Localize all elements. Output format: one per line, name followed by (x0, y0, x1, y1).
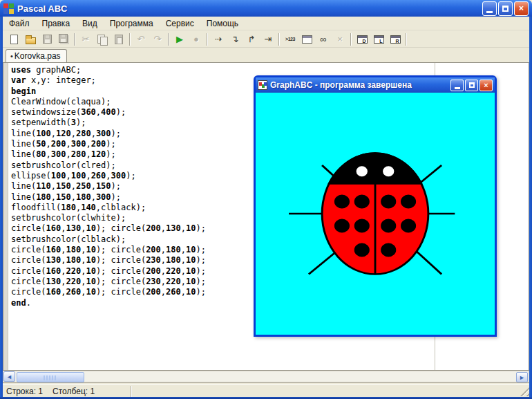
status-bar: Строка: 1 Столбец: 1 (3, 384, 529, 397)
toolbar-separator (278, 33, 280, 46)
scroll-thumb[interactable] (17, 372, 84, 382)
minimize-icon (486, 11, 493, 13)
step-over-icon: ⇢ (215, 35, 222, 44)
undo-icon: ↶ (137, 35, 145, 44)
code-line: line(110,150,250,150); (11, 181, 206, 192)
redo-button[interactable]: ↷ (150, 32, 165, 47)
dock-right-icon: R (390, 35, 401, 44)
graphabc-minimize-icon (455, 87, 460, 89)
code-line: setbrushcolor(clwhite); (11, 213, 206, 223)
tab-korovka[interactable]: • Korovka.pas (6, 49, 67, 62)
app-title: Pascal ABC (17, 3, 481, 14)
code-line: ClearWindow(claqua); (11, 97, 206, 107)
copy-button[interactable] (95, 32, 110, 47)
graphabc-close-button[interactable]: × (479, 80, 493, 91)
code-line: line(100,120,280,300); (11, 129, 206, 139)
menu-item-edit[interactable]: Правка (36, 17, 77, 30)
clear-output-icon: × (337, 35, 343, 44)
graphabc-window: GraphABC - программа завершена × (254, 75, 497, 337)
menu-item-help[interactable]: Помощь (200, 17, 245, 30)
save-file-icon (43, 35, 52, 44)
new-file-icon (10, 35, 18, 44)
toolbar-separator (350, 33, 352, 46)
status-panel-position: Строка: 1 Столбец: 1 (3, 386, 131, 397)
horizontal-scrollbar[interactable]: ◄ ► (3, 371, 529, 382)
menu-item-program[interactable]: Программа (104, 17, 160, 30)
menu-item-file[interactable]: Файл (3, 17, 36, 30)
scroll-right-icon: ► (519, 374, 525, 381)
scroll-left-icon: ◄ (6, 373, 12, 380)
title-bar[interactable]: Pascal ABC × (0, 0, 532, 17)
paste-icon (115, 35, 123, 44)
output-window-button[interactable] (299, 32, 314, 47)
code-line: line(50,200,300,200); (11, 139, 206, 149)
watch-button[interactable]: ∞ (316, 32, 331, 47)
maximize-icon (502, 6, 509, 12)
cut-button[interactable]: ✂ (78, 32, 93, 47)
graphabc-title: GraphABC - программа завершена (270, 80, 449, 90)
editor-gutter (3, 63, 8, 370)
menu-item-view[interactable]: Вид (76, 17, 104, 30)
dock-right-button[interactable]: R (388, 32, 403, 47)
close-button[interactable]: × (514, 1, 529, 16)
toolbar: ✂↶↷▶●⇢↴↱⇥>123∞×DLR (3, 31, 529, 48)
step-into-button[interactable]: ↴ (227, 32, 243, 47)
close-icon: × (519, 4, 524, 12)
run-button[interactable]: ▶ (172, 32, 187, 47)
graphabc-minimize-button[interactable] (450, 80, 464, 91)
graphabc-icon (258, 80, 267, 90)
toolbar-separator (129, 33, 131, 46)
save-file-button[interactable] (39, 32, 55, 47)
step-out-button[interactable]: ↱ (244, 32, 259, 47)
tab-modified-dot: • (10, 52, 13, 60)
code-line: line(80,300,280,120); (11, 149, 206, 160)
code-area: uses graphABC;var x,y: integer;beginClea… (11, 65, 206, 308)
minimize-button[interactable] (482, 1, 497, 16)
menu-item-service[interactable]: Сервис (160, 17, 200, 30)
dock-down-button[interactable]: D (354, 32, 370, 47)
code-line: ellipse(100,100,260,300); (11, 171, 206, 181)
toolbar-separator (207, 33, 208, 46)
code-line: circle(130,220,10); circle(230,220,10); (11, 277, 206, 287)
open-file-button[interactable] (23, 32, 38, 47)
code-line: setbrushcolor(clblack); (11, 234, 206, 245)
code-line: setpenwidth(3); (11, 118, 206, 128)
redo-icon: ↷ (154, 35, 162, 44)
step-over-button[interactable]: ⇢ (211, 32, 226, 47)
toolbar-separator (74, 33, 75, 46)
scroll-left-button[interactable]: ◄ (3, 371, 15, 382)
tab-bar: • Korovka.pas (3, 48, 529, 62)
console-button[interactable]: >123 (283, 32, 298, 47)
code-line: end. (11, 298, 206, 308)
code-line: circle(160,220,10); circle(200,220,10); (11, 266, 206, 277)
dock-left-button[interactable]: L (371, 32, 386, 47)
scroll-right-button[interactable]: ► (516, 372, 528, 382)
run-to-cursor-button[interactable]: ⇥ (260, 32, 276, 47)
run-to-cursor-icon: ⇥ (265, 35, 272, 44)
maximize-button[interactable] (498, 1, 513, 16)
output-window-icon (302, 35, 312, 44)
graphabc-maximize-button[interactable] (465, 80, 478, 91)
resize-grip[interactable] (520, 387, 529, 396)
undo-button[interactable]: ↶ (133, 32, 149, 47)
toolbar-separator (168, 33, 169, 46)
ladybug-svg (256, 93, 495, 335)
code-line: circle(160,180,10); circle(200,180,10); (11, 245, 206, 255)
new-file-button[interactable] (6, 32, 21, 47)
watch-icon: ∞ (320, 35, 326, 44)
step-into-icon: ↴ (231, 35, 239, 44)
code-line: var x,y: integer; (11, 75, 206, 86)
app-icon (3, 3, 15, 14)
save-all-icon (59, 34, 68, 43)
graphabc-maximize-icon (469, 82, 475, 88)
stop-button[interactable]: ● (189, 32, 204, 47)
clear-output-button[interactable]: × (332, 32, 348, 47)
code-line: floodfill(180,140,clblack); (11, 203, 206, 213)
graphabc-title-bar[interactable]: GraphABC - программа завершена × (256, 77, 495, 93)
paste-button[interactable] (111, 32, 126, 47)
save-all-button[interactable] (56, 32, 71, 47)
run-icon: ▶ (176, 35, 183, 44)
window-border-right (529, 15, 532, 399)
copy-icon (97, 35, 107, 44)
graphabc-canvas (256, 93, 495, 335)
